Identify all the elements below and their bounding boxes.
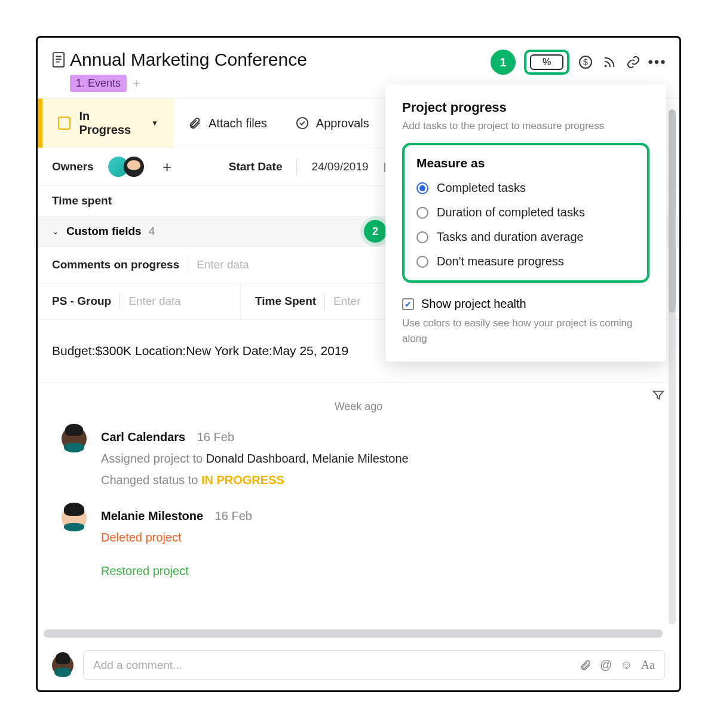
rss-icon[interactable] (602, 54, 617, 70)
radio-label: Duration of completed tasks (437, 206, 585, 219)
paperclip-icon (188, 117, 201, 130)
horizontal-scrollbar[interactable] (44, 629, 663, 638)
callout-badge-2: 2 (364, 220, 387, 243)
cf-psgroup-input[interactable]: Enter data (128, 295, 181, 308)
activity-deleted: Deleted project (101, 527, 252, 548)
percent-icon: % (530, 54, 563, 70)
cf-timespent-input[interactable]: Enter (333, 295, 360, 308)
radio-label: Tasks and duration average (437, 230, 584, 244)
avatar (52, 654, 73, 676)
approvals-button[interactable]: Approvals (281, 99, 384, 148)
progress-button[interactable]: % (524, 50, 569, 75)
more-icon[interactable]: ••• (649, 54, 665, 70)
radio-label: Don't measure progress (437, 255, 564, 268)
radio-label: Completed tasks (437, 181, 526, 195)
status-dropdown[interactable]: In Progress ▼ (38, 99, 174, 148)
health-subtext: Use colors to easily see how your projec… (402, 316, 649, 346)
custom-fields-label: Custom fields (66, 225, 142, 238)
comment-bar: Add a comment... @ ☺ Aa (44, 646, 673, 684)
page-title[interactable]: Annual Marketing Conference (70, 50, 307, 70)
radio-icon (416, 182, 428, 194)
popover-subtitle: Add tasks to the project to measure prog… (402, 120, 649, 132)
radio-icon (416, 231, 428, 243)
avatar[interactable] (62, 426, 87, 451)
svg-point-7 (297, 118, 308, 129)
activity-entry: Melanie Milestone 16 Feb Deleted project… (38, 498, 679, 589)
cf-comments-label: Comments on progress (52, 258, 179, 271)
emoji-icon[interactable]: ☺ (620, 658, 632, 672)
popover-title: Project progress (402, 100, 649, 115)
activity-restored: Restored project (101, 560, 252, 582)
app-window: Annual Marketing Conference 1. Events + … (36, 36, 681, 692)
svg-point-6 (605, 65, 607, 68)
cf-comments-input[interactable]: Enter data (197, 258, 249, 271)
radio-duration-completed[interactable]: Duration of completed tasks (416, 206, 635, 219)
vertical-scrollbar[interactable] (669, 109, 676, 625)
activity-entry: Carl Calendars 16 Feb Assigned project t… (38, 419, 679, 498)
status-label: In Progress (79, 109, 143, 137)
radio-icon (416, 207, 428, 219)
radio-dont-measure[interactable]: Don't measure progress (416, 255, 635, 268)
custom-fields-count: 4 (149, 225, 155, 238)
document-icon (52, 52, 65, 68)
cf-psgroup-label: PS - Group (52, 295, 111, 308)
activity-date-label: Week ago (335, 400, 383, 413)
callout-badge-1: 1 (491, 50, 516, 75)
progress-popover: Project progress Add tasks to the projec… (385, 84, 666, 362)
activity-header: Week ago (38, 383, 679, 419)
attach-label: Attach files (209, 117, 267, 130)
radio-completed-tasks[interactable]: Completed tasks (416, 181, 635, 195)
filter-icon[interactable] (652, 389, 665, 402)
measure-title: Measure as (416, 156, 635, 170)
activity-user-name[interactable]: Carl Calendars (101, 430, 185, 443)
check-circle-icon (296, 117, 309, 130)
radio-tasks-duration-avg[interactable]: Tasks and duration average (416, 230, 635, 244)
start-date-label: Start Date (229, 160, 283, 173)
divider (296, 158, 297, 175)
mention-icon[interactable]: @ (600, 658, 612, 672)
health-label: Show project health (421, 297, 526, 311)
radio-icon (416, 256, 428, 268)
approvals-label: Approvals (316, 117, 369, 130)
activity-user-name[interactable]: Melanie Milestone (101, 509, 203, 522)
add-tag-button[interactable]: + (133, 76, 140, 91)
activity-text: Changed status to (101, 473, 201, 487)
checkbox-icon: ✔ (402, 298, 414, 310)
folder-tag[interactable]: 1. Events (70, 75, 127, 92)
comment-placeholder: Add a comment... (93, 659, 182, 672)
avatar[interactable] (62, 505, 87, 530)
activity-text: Assigned project to (101, 452, 206, 465)
cf-timespent-label: Time Spent (255, 295, 316, 308)
status-checkbox-icon (58, 117, 71, 130)
attach-files-button[interactable]: Attach files (174, 99, 281, 148)
link-icon[interactable] (626, 54, 641, 70)
paperclip-icon[interactable] (580, 659, 592, 671)
start-date-value[interactable]: 24/09/2019 (311, 160, 368, 173)
activity-status: IN PROGRESS (201, 473, 284, 487)
finance-icon[interactable]: $ (578, 54, 593, 70)
measure-as-section: Measure as Completed tasks Duration of c… (402, 143, 649, 283)
time-spent-label: Time spent (52, 194, 112, 207)
activity-item-date: 16 Feb (215, 509, 252, 522)
add-owner-button[interactable]: + (158, 158, 176, 176)
activity-assignees: Donald Dashboard, Melanie Milestone (206, 452, 409, 465)
owners-label: Owners (52, 160, 94, 173)
show-health-checkbox[interactable]: ✔ Show project health (402, 297, 649, 311)
comment-input[interactable]: Add a comment... @ ☺ Aa (83, 650, 665, 680)
caret-down-icon: ▼ (151, 119, 158, 127)
scroll-thumb[interactable] (669, 109, 676, 313)
chevron-down-icon: ⌄ (52, 227, 59, 236)
owner-avatar-2[interactable] (124, 157, 144, 177)
svg-text:$: $ (583, 57, 588, 67)
format-icon[interactable]: Aa (641, 658, 655, 672)
activity-item-date: 16 Feb (197, 430, 234, 443)
